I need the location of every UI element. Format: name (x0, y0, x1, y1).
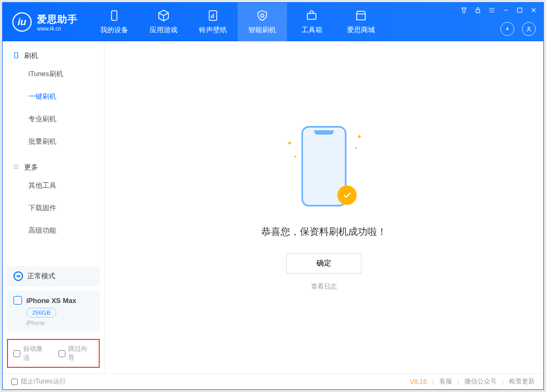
device-type: iPhone (26, 320, 93, 326)
svg-rect-2 (307, 13, 316, 19)
device-icon (108, 9, 121, 22)
checkbox-input[interactable] (58, 350, 65, 357)
svg-point-9 (18, 275, 20, 277)
group-label: 刷机 (24, 51, 38, 61)
nav-label: 爱思商城 (347, 25, 375, 35)
check-badge-icon (337, 186, 357, 205)
sidebar-group-more: 更多 (3, 153, 104, 174)
phone-icon (12, 51, 20, 61)
sidebar-item-batch-flash[interactable]: 批量刷机 (3, 130, 104, 153)
svg-rect-0 (112, 11, 117, 20)
app-name-en: www.i4.cn (37, 26, 78, 32)
footer-link-wechat[interactable]: 微信公众号 (464, 377, 497, 386)
more-icon (12, 163, 20, 172)
titlebar: iu 爱思助手 www.i4.cn 我的设备 应用游戏 铃声壁纸 智能刷机 (3, 3, 543, 41)
sidebar: 刷机 iTunes刷机 一键刷机 专业刷机 批量刷机 更多 其他工具 下载固件 … (3, 41, 105, 373)
nav-label: 我的设备 (100, 25, 128, 35)
checkbox-input[interactable] (11, 379, 18, 385)
lock-icon[interactable] (474, 6, 482, 14)
top-nav: 我的设备 应用游戏 铃声壁纸 智能刷机 工具箱 爱思商城 (90, 3, 386, 41)
nav-apps-games[interactable]: 应用游戏 (139, 3, 188, 41)
shirt-icon[interactable] (460, 6, 468, 14)
music-file-icon (206, 9, 219, 22)
download-icon[interactable] (500, 22, 514, 36)
svg-rect-7 (14, 52, 18, 58)
separator: | (432, 378, 434, 386)
store-icon (355, 9, 367, 22)
device-info-box[interactable]: iPhone XS Max 256GB iPhone (7, 291, 100, 331)
minimize-icon[interactable] (501, 6, 510, 14)
logo-area: iu 爱思助手 www.i4.cn (3, 12, 90, 32)
auto-activate-checkbox[interactable]: 自动激活 (13, 344, 49, 363)
cube-icon (157, 9, 170, 22)
sidebar-item-pro-flash[interactable]: 专业刷机 (3, 108, 104, 130)
logo-icon: iu (12, 12, 32, 32)
ok-button[interactable]: 确定 (286, 253, 361, 273)
sidebar-item-one-click-flash[interactable]: 一键刷机 (3, 85, 104, 108)
sidebar-item-other-tools[interactable]: 其他工具 (3, 174, 104, 197)
view-log-link[interactable]: 查看日志 (311, 282, 337, 291)
window-controls (460, 6, 538, 14)
device-small-icon (13, 296, 22, 305)
body: 刷机 iTunes刷机 一键刷机 专业刷机 批量刷机 更多 其他工具 下载固件 … (3, 41, 543, 373)
app-name-cn: 爱思助手 (37, 13, 78, 26)
nav-toolbox[interactable]: 工具箱 (287, 3, 336, 41)
nav-label: 工具箱 (301, 25, 322, 35)
footer-link-support[interactable]: 客服 (439, 377, 452, 386)
nav-label: 智能刷机 (248, 25, 276, 35)
svg-rect-1 (209, 11, 217, 20)
svg-rect-3 (357, 14, 365, 20)
nav-my-device[interactable]: 我的设备 (90, 3, 139, 41)
svg-point-6 (528, 27, 530, 29)
device-mode-box[interactable]: 正常模式 (7, 266, 100, 286)
group-label: 更多 (24, 162, 38, 172)
block-itunes-checkbox[interactable]: 阻止iTunes运行 (11, 377, 66, 386)
sidebar-item-advanced[interactable]: 高级功能 (3, 219, 104, 242)
checkbox-input[interactable] (13, 350, 20, 357)
checkbox-label: 跳过向导 (68, 344, 94, 363)
menu-icon[interactable] (488, 6, 496, 14)
footer-link-update[interactable]: 检查更新 (509, 377, 535, 386)
version-label: V8.16 (410, 378, 426, 386)
nav-smart-flash[interactable]: 智能刷机 (238, 3, 287, 41)
device-row: iPhone XS Max (13, 296, 93, 305)
spacer (3, 242, 104, 262)
footer-right: V8.16 | 客服 | 微信公众号 | 检查更新 (410, 377, 535, 386)
nav-label: 应用游戏 (150, 25, 178, 35)
close-icon[interactable] (529, 6, 538, 14)
shield-refresh-icon (256, 9, 269, 22)
sidebar-item-download-firmware[interactable]: 下载固件 (3, 197, 104, 219)
app-window: iu 爱思助手 www.i4.cn 我的设备 应用游戏 铃声壁纸 智能刷机 (2, 2, 544, 390)
toolbox-icon (305, 9, 318, 22)
logo-text: 爱思助手 www.i4.cn (37, 13, 78, 32)
user-controls (500, 22, 536, 36)
device-name: iPhone XS Max (26, 297, 76, 305)
footer: 阻止iTunes运行 V8.16 | 客服 | 微信公众号 | 检查更新 (3, 373, 543, 389)
checkbox-label: 阻止iTunes运行 (21, 377, 66, 386)
sidebar-group-flash: 刷机 (3, 41, 104, 63)
nav-store[interactable]: 爱思商城 (336, 3, 386, 41)
separator: | (458, 378, 459, 386)
options-highlight-box: 自动激活 跳过向导 (7, 339, 100, 368)
nav-ringtone-wallpaper[interactable]: 铃声壁纸 (188, 3, 238, 41)
maximize-icon[interactable] (515, 6, 524, 14)
nav-label: 铃声壁纸 (199, 25, 227, 35)
svg-rect-5 (518, 8, 522, 12)
mode-label: 正常模式 (27, 271, 55, 281)
skip-wizard-checkbox[interactable]: 跳过向导 (58, 344, 94, 363)
sidebar-item-itunes-flash[interactable]: iTunes刷机 (3, 63, 104, 85)
main-content: ✦ ✦ ✦ ✦ 恭喜您，保资料刷机成功啦！ 确定 查看日志 (105, 41, 543, 373)
svg-rect-4 (476, 10, 480, 13)
checkbox-label: 自动激活 (23, 344, 49, 363)
storage-badge: 256GB (26, 308, 56, 317)
mode-icon (13, 271, 23, 281)
separator: | (502, 378, 504, 386)
success-illustration: ✦ ✦ ✦ ✦ (294, 123, 353, 209)
user-icon[interactable] (522, 22, 536, 36)
success-message: 恭喜您，保资料刷机成功啦！ (261, 225, 387, 238)
